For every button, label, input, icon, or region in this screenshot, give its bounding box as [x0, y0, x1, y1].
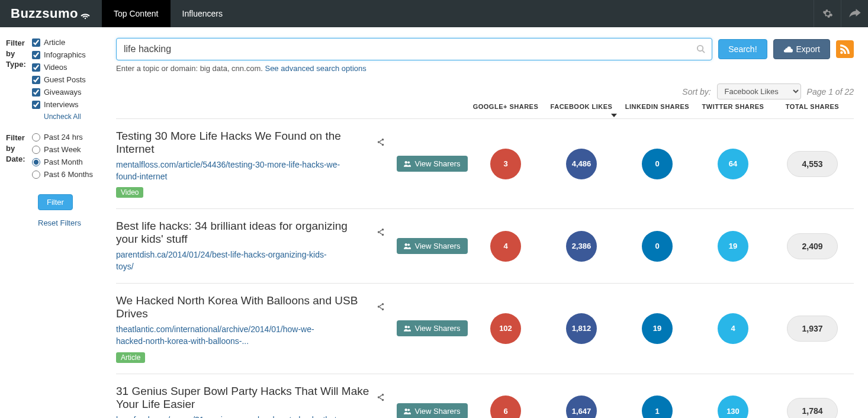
- linkedin-shares-count: 19: [642, 313, 673, 344]
- checkbox-icon[interactable]: [32, 63, 40, 72]
- content-tag: Article: [116, 352, 145, 363]
- checkbox-icon[interactable]: [32, 101, 40, 109]
- radio-icon[interactable]: [32, 146, 40, 154]
- svg-point-23: [405, 326, 408, 329]
- rss-button[interactable]: [836, 40, 854, 58]
- result-title[interactable]: 31 Genius Super Bowl Party Hacks That Wi…: [116, 385, 371, 411]
- svg-point-26: [378, 396, 380, 398]
- result-title[interactable]: We Hacked North Korea With Balloons and …: [116, 294, 371, 320]
- filter-type-label: Infographics: [44, 50, 86, 59]
- facebook-likes-count: 1,647: [566, 396, 597, 418]
- svg-point-19: [378, 306, 380, 308]
- filter-date-past-month[interactable]: Past Month: [32, 157, 99, 166]
- linkedin-shares-count: 0: [642, 149, 673, 179]
- filter-type-label: Article: [44, 38, 65, 47]
- radio-icon[interactable]: [32, 158, 40, 166]
- advanced-search-link[interactable]: See advanced search options: [265, 64, 366, 73]
- search-hint: Enter a topic or domain: big data, cnn.c…: [116, 64, 854, 73]
- svg-line-29: [380, 397, 382, 399]
- col-total[interactable]: TOTAL SHARES: [771, 103, 854, 110]
- svg-point-9: [405, 161, 408, 164]
- search-button[interactable]: Search!: [718, 39, 767, 59]
- share-icon[interactable]: [377, 136, 385, 149]
- svg-point-31: [408, 409, 410, 411]
- tab-influencers[interactable]: Influencers: [171, 0, 234, 27]
- svg-point-3: [840, 51, 843, 54]
- tab-top-content[interactable]: Top Content: [102, 0, 171, 27]
- filter-date-label: Past Month: [44, 157, 83, 166]
- cloud-icon: [783, 46, 793, 53]
- checkbox-icon[interactable]: [32, 88, 40, 97]
- checkbox-icon[interactable]: [32, 51, 40, 59]
- filter-type-guest-posts[interactable]: Guest Posts: [32, 75, 99, 84]
- col-google[interactable]: GOOGLE+ SHARES: [468, 103, 544, 110]
- col-twitter[interactable]: TWITTER SHARES: [695, 103, 771, 110]
- settings-button[interactable]: [814, 0, 841, 27]
- result-url[interactable]: buzzfeed.com/peggy/31-genius-super-bowl-…: [116, 414, 341, 418]
- google-shares-count: 102: [490, 313, 521, 344]
- result-url[interactable]: theatlantic.com/international/archive/20…: [116, 324, 341, 347]
- result-url[interactable]: mentalfloss.com/article/54436/testing-30…: [116, 159, 341, 182]
- filter-date-label: Past 24 hrs: [44, 133, 83, 142]
- share-icon[interactable]: [377, 301, 385, 314]
- export-button[interactable]: Export: [773, 39, 830, 59]
- filter-date-past-24-hrs[interactable]: Past 24 hrs: [32, 133, 99, 142]
- filter-type-giveaways[interactable]: Giveaways: [32, 88, 99, 97]
- twitter-shares-count: 130: [718, 396, 748, 418]
- result-title[interactable]: Testing 30 More Life Hacks We Found on t…: [116, 130, 371, 156]
- brand-text: Buzzsumo: [11, 6, 78, 21]
- table-header: GOOGLE+ SHARES FACEBOOK LIKES LINKEDIN S…: [116, 103, 854, 119]
- share-arrow-icon: [849, 9, 861, 18]
- content-tag: Video: [116, 187, 143, 198]
- checkbox-icon[interactable]: [32, 38, 40, 47]
- search-box: [116, 38, 712, 60]
- radio-icon[interactable]: [32, 133, 40, 142]
- result-title[interactable]: Best life hacks: 34 brilliant ideas for …: [116, 220, 371, 246]
- linkedin-shares-count: 0: [642, 231, 673, 262]
- view-sharers-label: View Sharers: [414, 159, 460, 168]
- view-sharers-button[interactable]: View Sharers: [397, 238, 467, 254]
- sort-select[interactable]: Facebook Likes: [717, 83, 801, 99]
- filter-type-article[interactable]: Article: [32, 38, 99, 47]
- col-facebook[interactable]: FACEBOOK LIKES: [544, 103, 619, 110]
- top-nav: Buzzsumo Top Content Influencers: [0, 0, 868, 27]
- checkbox-icon[interactable]: [32, 76, 40, 84]
- col-linkedin[interactable]: LINKEDIN SHARES: [619, 103, 695, 110]
- svg-line-7: [380, 140, 382, 142]
- google-shares-count: 6: [490, 396, 521, 418]
- share-icon[interactable]: [377, 391, 385, 404]
- view-sharers-button[interactable]: View Sharers: [397, 320, 467, 336]
- facebook-likes-count: 2,386: [566, 231, 597, 262]
- filter-type-label: Giveaways: [44, 88, 82, 97]
- twitter-shares-count: 19: [718, 231, 748, 262]
- uncheck-all-link[interactable]: Uncheck All: [44, 112, 99, 121]
- svg-point-0: [85, 18, 86, 19]
- reset-filters-link[interactable]: Reset Filters: [38, 218, 99, 227]
- search-input[interactable]: [116, 38, 712, 60]
- filter-date-past-6-months[interactable]: Past 6 Months: [32, 170, 99, 179]
- table-row: We Hacked North Korea With Balloons and …: [116, 284, 854, 374]
- filter-type-videos[interactable]: Videos: [32, 63, 99, 72]
- radio-icon[interactable]: [32, 171, 40, 179]
- result-url[interactable]: parentdish.ca/2014/01/24/best-life-hacks…: [116, 249, 341, 272]
- filter-date-past-week[interactable]: Past Week: [32, 145, 99, 154]
- sort-desc-icon: [611, 111, 617, 118]
- svg-point-4: [382, 139, 384, 141]
- svg-point-11: [382, 229, 384, 231]
- svg-point-5: [378, 141, 380, 143]
- svg-point-30: [405, 409, 408, 411]
- logo: Buzzsumo: [0, 0, 102, 27]
- search-icon[interactable]: [696, 44, 705, 55]
- view-sharers-button[interactable]: View Sharers: [397, 403, 467, 418]
- filter-button[interactable]: Filter: [38, 194, 73, 210]
- linkedin-shares-count: 1: [642, 396, 673, 418]
- svg-line-22: [380, 307, 382, 309]
- filter-type-infographics[interactable]: Infographics: [32, 50, 99, 59]
- svg-point-20: [382, 308, 384, 311]
- share-button[interactable]: [841, 0, 868, 27]
- filter-type-interviews[interactable]: Interviews: [32, 100, 99, 109]
- sort-label: Sort by:: [682, 87, 711, 97]
- view-sharers-button[interactable]: View Sharers: [397, 156, 467, 172]
- filter-type-label: Videos: [44, 63, 67, 72]
- share-icon[interactable]: [377, 226, 385, 239]
